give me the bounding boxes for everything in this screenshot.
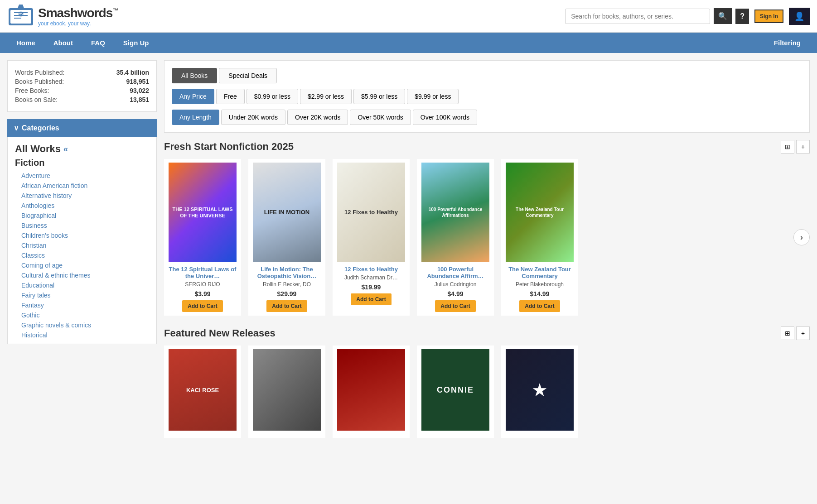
svg-marker-5 bbox=[18, 5, 24, 8]
book-title[interactable]: 12 Fixes to Healthy bbox=[344, 266, 398, 273]
book-author: Rollin E Becker, DO bbox=[263, 281, 311, 288]
categories-title: Categories bbox=[22, 124, 59, 132]
add-to-cart-button[interactable]: Add to Cart bbox=[519, 300, 560, 312]
price-any[interactable]: Any Price bbox=[172, 89, 214, 104]
category-cultural[interactable]: Cultural & ethnic themes bbox=[8, 270, 156, 280]
price-999[interactable]: $9.99 or less bbox=[407, 89, 459, 104]
section1-books-row: THE 12 SPIRITUAL LAWS OF THE UNIVERSE Th… bbox=[164, 159, 810, 316]
category-business[interactable]: Business bbox=[8, 221, 156, 230]
search-area: 🔍 ? bbox=[565, 8, 749, 24]
category-fairy-tales[interactable]: Fairy tales bbox=[8, 290, 156, 300]
nav-signup[interactable]: Sign Up bbox=[114, 33, 158, 53]
add-to-cart-button[interactable]: Add to Cart bbox=[351, 293, 391, 305]
price-099[interactable]: $0.99 or less bbox=[247, 89, 298, 104]
signin-button[interactable]: Sign In bbox=[754, 10, 783, 23]
chevron-down-icon: ∨ bbox=[14, 124, 19, 132]
expand-button[interactable]: + bbox=[796, 326, 810, 340]
book-cover: THE 12 SPIRITUAL LAWS OF THE UNIVERSE bbox=[169, 163, 237, 262]
guillemets-icon: « bbox=[63, 144, 68, 154]
help-button[interactable]: ? bbox=[735, 9, 749, 24]
book-card: ★ bbox=[501, 346, 578, 438]
book-card bbox=[248, 346, 325, 438]
filter-section: All Books Special Deals Any Price Free $… bbox=[164, 60, 810, 133]
stats-free: Free Books: 93,022 bbox=[15, 86, 149, 95]
book-price: $14.99 bbox=[530, 290, 550, 298]
length-over20k[interactable]: Over 20K words bbox=[287, 110, 348, 125]
price-free[interactable]: Free bbox=[216, 89, 245, 104]
book-cover: ★ bbox=[506, 349, 574, 431]
main-container: Words Published: 35.4 billion Books Publ… bbox=[0, 53, 817, 456]
book-author: Julius Codrington bbox=[435, 281, 477, 288]
all-works-link[interactable]: All Works « bbox=[8, 140, 156, 157]
book-author: SERGIO RIJO bbox=[185, 281, 220, 288]
search-button[interactable]: 🔍 bbox=[714, 8, 732, 24]
length-under20k[interactable]: Under 20K words bbox=[221, 110, 285, 125]
section2-controls: ⊞ + bbox=[781, 326, 810, 340]
book-card bbox=[333, 346, 410, 438]
category-african-american[interactable]: African American fiction bbox=[8, 181, 156, 191]
logo-text: Smashwords™ your ebook. your way. bbox=[38, 6, 118, 27]
nav-faq[interactable]: FAQ bbox=[82, 33, 114, 53]
price-row: Any Price Free $0.99 or less $2.99 or le… bbox=[172, 89, 802, 104]
book-cover bbox=[337, 349, 405, 431]
category-childrens[interactable]: Children's books bbox=[8, 230, 156, 240]
category-coming-of-age[interactable]: Coming of age bbox=[8, 260, 156, 270]
nav-home[interactable]: Home bbox=[7, 33, 44, 53]
book-title[interactable]: 100 Powerful Abundance Affirm… bbox=[421, 266, 490, 279]
category-educational[interactable]: Educational bbox=[8, 280, 156, 290]
section2-title: Featured New Releases bbox=[164, 327, 276, 339]
book-price: $4.99 bbox=[447, 290, 463, 298]
categories-header[interactable]: ∨ Categories bbox=[7, 119, 157, 137]
book-cover: 100 Powerful Abundance Affirmations bbox=[421, 163, 489, 262]
expand-button[interactable]: + bbox=[796, 140, 810, 154]
category-alternative-history[interactable]: Alternative history bbox=[8, 191, 156, 201]
category-christian[interactable]: Christian bbox=[8, 240, 156, 250]
category-classics[interactable]: Classics bbox=[8, 250, 156, 260]
logo-brand: Smashwords™ bbox=[38, 6, 118, 20]
category-anthologies[interactable]: Anthologies bbox=[8, 201, 156, 211]
tab-row: All Books Special Deals bbox=[172, 68, 802, 83]
stats-books: Books Published: 918,951 bbox=[15, 77, 149, 86]
book-card: THE 12 SPIRITUAL LAWS OF THE UNIVERSE Th… bbox=[164, 159, 241, 316]
section2-header: Featured New Releases ⊞ + bbox=[164, 326, 810, 340]
category-historical[interactable]: Historical bbox=[8, 330, 156, 340]
category-adventure[interactable]: Adventure bbox=[8, 171, 156, 181]
user-icon-button[interactable]: 👤 bbox=[789, 8, 810, 25]
nav-about[interactable]: About bbox=[44, 33, 82, 53]
length-row: Any Length Under 20K words Over 20K word… bbox=[172, 110, 802, 125]
search-input[interactable] bbox=[565, 9, 710, 24]
sidebar: Words Published: 35.4 billion Books Publ… bbox=[7, 60, 157, 449]
book-title[interactable]: The 12 Spiritual Laws of the Univer… bbox=[168, 266, 237, 279]
book-title[interactable]: The New Zealand Tour Commentary bbox=[505, 266, 575, 279]
category-gothic[interactable]: Gothic bbox=[8, 310, 156, 320]
book-card: KACI ROSE bbox=[164, 346, 241, 438]
add-to-cart-button[interactable]: Add to Cart bbox=[182, 300, 222, 312]
section1-controls: ⊞ + bbox=[781, 140, 810, 154]
book-card: 12 Fixes to Healthy 12 Fixes to Healthy … bbox=[333, 159, 410, 316]
price-299[interactable]: $2.99 or less bbox=[300, 89, 352, 104]
price-599[interactable]: $5.99 or less bbox=[353, 89, 405, 104]
tab-special-deals[interactable]: Special Deals bbox=[219, 68, 277, 83]
book-price: $19.99 bbox=[362, 283, 381, 291]
length-any[interactable]: Any Length bbox=[172, 110, 219, 125]
book-card: CONNIE bbox=[417, 346, 494, 438]
length-over50k[interactable]: Over 50K words bbox=[350, 110, 411, 125]
grid-view-button[interactable]: ⊞ bbox=[781, 140, 794, 154]
categories-body: All Works « Fiction Adventure African Am… bbox=[7, 137, 157, 344]
navbar: Home About FAQ Sign Up Filtering bbox=[0, 33, 817, 53]
grid-view-button[interactable]: ⊞ bbox=[781, 326, 794, 340]
add-to-cart-button[interactable]: Add to Cart bbox=[435, 300, 475, 312]
stats-box: Words Published: 35.4 billion Books Publ… bbox=[7, 60, 157, 112]
length-over100k[interactable]: Over 100K words bbox=[413, 110, 477, 125]
carousel-next-button[interactable]: › bbox=[793, 229, 810, 245]
book-card: LIFE IN MOTION Life in Motion: The Osteo… bbox=[248, 159, 325, 316]
category-graphic-novels[interactable]: Graphic novels & comics bbox=[8, 320, 156, 330]
category-fantasy[interactable]: Fantasy bbox=[8, 300, 156, 310]
add-to-cart-button[interactable]: Add to Cart bbox=[266, 300, 307, 312]
nav-filtering[interactable]: Filtering bbox=[765, 33, 810, 53]
tab-all-books[interactable]: All Books bbox=[172, 68, 217, 83]
book-title[interactable]: Life in Motion: The Osteopathic Vision… bbox=[252, 266, 322, 279]
content-area: All Books Special Deals Any Price Free $… bbox=[164, 60, 810, 449]
category-biographical[interactable]: Biographical bbox=[8, 211, 156, 221]
section1-header: Fresh Start Nonfiction 2025 ⊞ + bbox=[164, 140, 810, 154]
